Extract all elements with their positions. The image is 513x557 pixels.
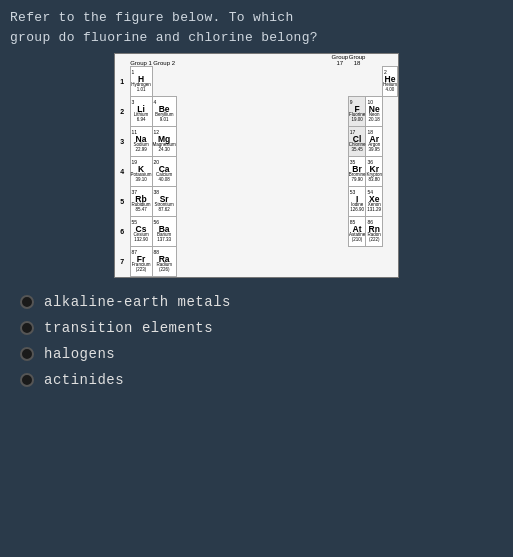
element-Br: 35 Br Bromine 79.90	[348, 156, 366, 186]
periodic-table-container: Group 1 Group 2 Group 17 Group 18 1 1 H …	[0, 51, 513, 282]
period7-label: 7	[115, 246, 130, 276]
question-line1: Refer to the figure below. To which	[10, 10, 294, 25]
pt-table: Group 1 Group 2 Group 17 Group 18 1 1 H …	[115, 54, 398, 277]
period-col-header	[115, 54, 130, 66]
element-H: 1 H Hydrogen 1.01	[130, 66, 152, 96]
period1-label: 1	[115, 66, 130, 96]
row1-g17-empty	[366, 66, 383, 96]
table-row: 7 87 Fr Francium (223) 88 Ra Radium (226…	[115, 246, 398, 276]
element-I: 53 I Iodine 126.90	[348, 186, 366, 216]
group18-label: Group 18	[348, 54, 366, 66]
option-4-bullet[interactable]	[20, 373, 34, 387]
element-Ca: 20 Ca Calcium 40.08	[152, 156, 176, 186]
option-1-bullet[interactable]	[20, 295, 34, 309]
middle-spacer-header	[176, 54, 331, 66]
row4-spacer	[176, 156, 348, 186]
element-Li: 3 Li Lithium 6.94	[130, 96, 152, 126]
row3-spacer	[176, 126, 348, 156]
option-4[interactable]: actinides	[20, 372, 493, 388]
element-Sr: 38 Sr Strontium 87.62	[152, 186, 176, 216]
element-Ba: 56 Ba Barium 137.33	[152, 216, 176, 246]
group2-label: Group 2	[152, 54, 176, 66]
option-4-label: actinides	[44, 372, 124, 388]
option-2-label: transition elements	[44, 320, 213, 336]
table-row: 1 1 H Hydrogen 1.01 2 He Helium 4.00	[115, 66, 398, 96]
element-Ne: 10 Ne Neon 20.18	[366, 96, 383, 126]
element-Rb: 37 Rb Rubidium 85.47	[130, 186, 152, 216]
element-Cs: 55 Cs Cesium 132.90	[130, 216, 152, 246]
option-3-label: halogens	[44, 346, 115, 362]
element-Xe: 54 Xe Xenon 131.29	[366, 186, 383, 216]
group-header-row: Group 1 Group 2 Group 17 Group 18	[115, 54, 398, 66]
option-1-label: alkaline-earth metals	[44, 294, 231, 310]
option-3[interactable]: halogens	[20, 346, 493, 362]
table-row: 5 37 Rb Rubidium 85.47 38 Sr Strontium 8…	[115, 186, 398, 216]
element-At: 85 At Astatine (210)	[348, 216, 366, 246]
element-Na: 11 Na Sodium 22.99	[130, 126, 152, 156]
element-K: 19 K Potassium 39.10	[130, 156, 152, 186]
element-Rn: 86 Rn Radon (222)	[366, 216, 383, 246]
table-row: 3 11 Na Sodium 22.99 12 Mg Magnesium 24.…	[115, 126, 398, 156]
element-Kr: 36 Kr Krypton 83.80	[366, 156, 383, 186]
element-Ar: 18 Ar Argon 39.95	[366, 126, 383, 156]
group17-label: Group 17	[332, 54, 349, 66]
question-container: Refer to the figure below. To which grou…	[0, 0, 513, 51]
row1-spacer	[152, 66, 366, 96]
option-2[interactable]: transition elements	[20, 320, 493, 336]
element-Be: 4 Be Beryllium 9.01	[152, 96, 176, 126]
row6-spacer	[176, 216, 348, 246]
element-Cl: 17 Cl Chlorine 35.45	[348, 126, 366, 156]
group1-label: Group 1	[130, 54, 152, 66]
periodic-table: Group 1 Group 2 Group 17 Group 18 1 1 H …	[114, 53, 399, 278]
period3-label: 3	[115, 126, 130, 156]
period2-label: 2	[115, 96, 130, 126]
option-3-bullet[interactable]	[20, 347, 34, 361]
option-2-bullet[interactable]	[20, 321, 34, 335]
row5-spacer	[176, 186, 348, 216]
table-row: 2 3 Li Lithium 6.94 4 Be Beryllium 9.01 …	[115, 96, 398, 126]
element-F: 9 F Fluorine 19.00	[348, 96, 366, 126]
row2-spacer	[176, 96, 348, 126]
table-row: 6 55 Cs Cesium 132.90 56 Ba Barium 137.3…	[115, 216, 398, 246]
element-He: 2 He Helium 4.00	[382, 66, 397, 96]
option-1[interactable]: alkaline-earth metals	[20, 294, 493, 310]
period5-label: 5	[115, 186, 130, 216]
period4-label: 4	[115, 156, 130, 186]
question-line2: group do fluorine and chlorine belong?	[10, 30, 318, 45]
element-Fr: 87 Fr Francium (223)	[130, 246, 152, 276]
options-container: alkaline-earth metals transition element…	[0, 282, 513, 410]
row7-spacer	[176, 246, 382, 276]
element-Ra: 88 Ra Radium (226)	[152, 246, 176, 276]
element-Mg: 12 Mg Magnesium 24.30	[152, 126, 176, 156]
period6-label: 6	[115, 216, 130, 246]
table-row: 4 19 K Potassium 39.10 20 Ca Calcium 40.…	[115, 156, 398, 186]
